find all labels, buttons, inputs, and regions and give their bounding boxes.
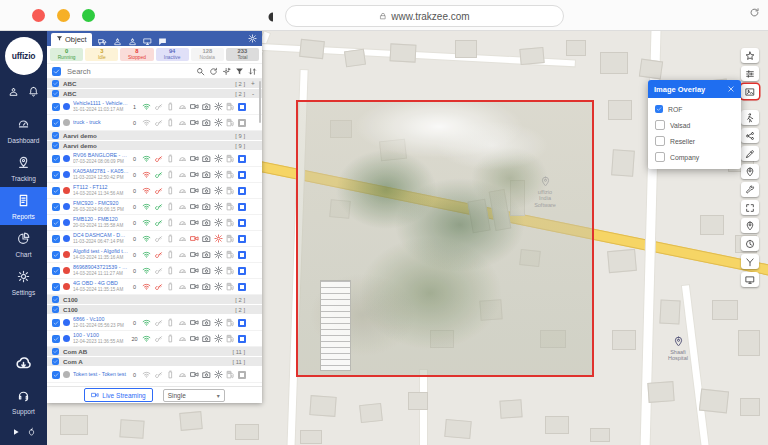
fuel-icon[interactable] bbox=[224, 385, 236, 387]
vehicle-row[interactable]: testing - testing 0 bbox=[47, 383, 262, 386]
ignition-key-icon[interactable] bbox=[152, 281, 164, 293]
vehicle-name[interactable]: 100 - V100 bbox=[73, 332, 129, 339]
group-row[interactable]: ABC [ 2 ] + bbox=[47, 79, 262, 89]
vehicle-name[interactable]: 4G OBD - 4G OBD bbox=[73, 280, 129, 287]
overlay-option-checkbox[interactable] bbox=[655, 136, 665, 146]
status-chip-running[interactable]: 0 Running bbox=[50, 48, 83, 61]
vehicle-checkbox[interactable] bbox=[52, 155, 60, 163]
fuel-icon[interactable] bbox=[224, 101, 236, 113]
fuel-icon[interactable] bbox=[224, 217, 236, 229]
vehicle-checkbox[interactable] bbox=[52, 335, 60, 343]
vehicle-row[interactable]: Algofid test - Algofid test 14-03-2024 1… bbox=[47, 247, 262, 263]
gauge-icon[interactable] bbox=[176, 281, 188, 293]
vehicle-settings-icon[interactable] bbox=[212, 233, 224, 245]
group-expander[interactable]: - bbox=[249, 90, 257, 97]
vehicle-checkbox[interactable] bbox=[52, 319, 60, 327]
fuel-icon[interactable] bbox=[224, 265, 236, 277]
window-zoom-button[interactable] bbox=[82, 9, 95, 22]
vehicle-name[interactable]: truck - truck bbox=[73, 119, 129, 126]
sidebar-item-reports[interactable]: Reports bbox=[0, 187, 47, 225]
vehicle-checkbox[interactable] bbox=[52, 283, 60, 291]
camera-icon[interactable] bbox=[200, 281, 212, 293]
ignition-key-icon[interactable] bbox=[152, 265, 164, 277]
vehicle-row[interactable]: FMB120 - FMB120 20-03-2024 11:35:58 AM 0 bbox=[47, 215, 262, 231]
camera-icon[interactable] bbox=[200, 217, 212, 229]
fuel-icon[interactable] bbox=[224, 333, 236, 345]
overlay-option-valsad[interactable]: Valsad bbox=[648, 117, 741, 133]
widget-icon[interactable] bbox=[238, 251, 246, 259]
battery-icon[interactable] bbox=[164, 333, 176, 345]
stream-mode-select[interactable]: Single ▾ bbox=[163, 389, 225, 402]
live-streaming-button[interactable]: Live Streaming bbox=[84, 388, 152, 402]
gauge-icon[interactable] bbox=[176, 385, 188, 387]
group-row[interactable]: Aarvi demo [ 9 ] bbox=[47, 131, 262, 141]
overlay-option-checkbox[interactable] bbox=[655, 120, 665, 130]
vehicle-row[interactable]: 100 - V100 12-04-2023 11:36:55 AM 20 bbox=[47, 331, 262, 347]
widget-icon[interactable] bbox=[238, 267, 246, 275]
ignition-key-icon[interactable] bbox=[152, 369, 164, 381]
video-icon[interactable] bbox=[188, 385, 200, 387]
ignition-key-icon[interactable] bbox=[152, 233, 164, 245]
gauge-icon[interactable] bbox=[176, 201, 188, 213]
vehicle-row[interactable]: 6866 - Vc100 12-01-2024 05:56:23 PM 0 bbox=[47, 315, 262, 331]
battery-icon[interactable] bbox=[164, 249, 176, 261]
vehicle-name[interactable]: Token test - Token test bbox=[73, 371, 129, 378]
group-row[interactable]: C100 [ 2 ] bbox=[47, 295, 262, 305]
widget-icon[interactable] bbox=[238, 219, 246, 227]
battery-icon[interactable] bbox=[164, 201, 176, 213]
google-play-icon[interactable] bbox=[12, 422, 20, 440]
vehicle-row[interactable]: truck - truck 0 bbox=[47, 115, 262, 131]
group-row[interactable]: Aarvi demo [ 9 ] bbox=[47, 141, 262, 151]
search-icon[interactable] bbox=[196, 67, 205, 76]
video-icon[interactable] bbox=[188, 169, 200, 181]
battery-icon[interactable] bbox=[164, 281, 176, 293]
gearsend-icon[interactable] bbox=[222, 67, 231, 76]
video-icon[interactable] bbox=[188, 333, 200, 345]
brand-logo[interactable]: uffizio bbox=[5, 37, 43, 75]
gauge-icon[interactable] bbox=[176, 233, 188, 245]
video-icon[interactable] bbox=[188, 265, 200, 277]
fuel-icon[interactable] bbox=[224, 249, 236, 261]
tab-object[interactable]: Object bbox=[51, 33, 92, 46]
apple-icon[interactable] bbox=[27, 422, 36, 440]
sidebar-item-dashboard[interactable]: Dashboard bbox=[0, 111, 47, 149]
fuel-icon[interactable] bbox=[224, 185, 236, 197]
vehicle-settings-icon[interactable] bbox=[212, 117, 224, 129]
ignition-key-icon[interactable] bbox=[152, 117, 164, 129]
signal-icon[interactable] bbox=[140, 169, 152, 181]
video-icon[interactable] bbox=[188, 369, 200, 381]
vehicle-settings-icon[interactable] bbox=[212, 101, 224, 113]
vehicle-name[interactable]: FT112 - FT112 bbox=[73, 184, 129, 191]
camera-icon[interactable] bbox=[200, 233, 212, 245]
window-close-button[interactable] bbox=[32, 9, 45, 22]
gauge-icon[interactable] bbox=[176, 185, 188, 197]
fuel-icon[interactable] bbox=[224, 317, 236, 329]
ignition-key-icon[interactable] bbox=[152, 201, 164, 213]
group-checkbox[interactable] bbox=[52, 142, 59, 149]
panel-settings-gear-icon[interactable] bbox=[248, 34, 257, 43]
vehicle-name[interactable]: FMC920 - FMC920 bbox=[73, 200, 129, 207]
gauge-icon[interactable] bbox=[176, 333, 188, 345]
vehicle-settings-icon[interactable] bbox=[212, 201, 224, 213]
vehicle-row[interactable]: DC4 DASHCAM - DC4 DAS... 11-03-2024 06:4… bbox=[47, 231, 262, 247]
vehicle-checkbox[interactable] bbox=[52, 119, 60, 127]
refresh-icon[interactable] bbox=[209, 67, 218, 76]
group-row[interactable]: C100 [ 2 ] bbox=[47, 305, 262, 315]
toolbar-screen-icon[interactable] bbox=[741, 272, 759, 287]
ignition-key-icon[interactable] bbox=[152, 217, 164, 229]
battery-icon[interactable] bbox=[164, 217, 176, 229]
battery-icon[interactable] bbox=[164, 233, 176, 245]
widget-icon[interactable] bbox=[238, 371, 246, 379]
camera-icon[interactable] bbox=[200, 385, 212, 387]
camera-icon[interactable] bbox=[200, 265, 212, 277]
signal-icon[interactable] bbox=[140, 153, 152, 165]
battery-icon[interactable] bbox=[164, 101, 176, 113]
video-icon[interactable] bbox=[188, 281, 200, 293]
widget-icon[interactable] bbox=[238, 119, 246, 127]
bell-icon[interactable] bbox=[28, 83, 39, 101]
toolbar-draw-icon[interactable] bbox=[741, 146, 759, 161]
vehicle-checkbox[interactable] bbox=[52, 219, 60, 227]
video-icon[interactable] bbox=[188, 249, 200, 261]
sidebar-item-settings[interactable]: Settings bbox=[0, 263, 47, 301]
gauge-icon[interactable] bbox=[176, 101, 188, 113]
